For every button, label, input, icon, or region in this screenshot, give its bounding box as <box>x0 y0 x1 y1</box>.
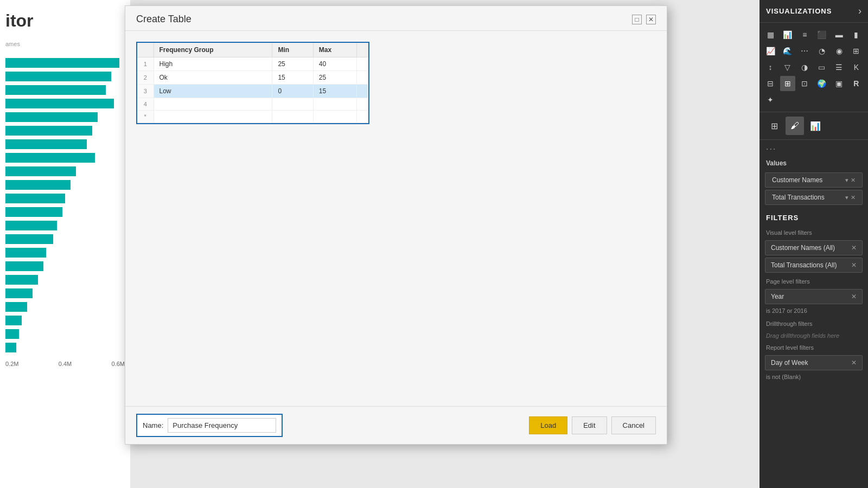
dialog-close-button[interactable]: ✕ <box>646 15 656 24</box>
remove-field-icon[interactable]: ✕ <box>851 177 856 184</box>
row-max[interactable]: 40 <box>313 57 356 71</box>
bar-item <box>5 152 125 164</box>
viz-gauge-icon[interactable]: ◑ <box>797 60 812 75</box>
viz-area-icon[interactable]: 🌊 <box>780 43 795 59</box>
dropdown-icon[interactable]: ▾ <box>845 194 848 201</box>
viz-line-icon[interactable]: 📈 <box>763 43 778 59</box>
viz-card-icon[interactable]: ▭ <box>814 60 829 75</box>
edit-button[interactable]: Edit <box>572 416 607 434</box>
left-panel: itor ames 0.2M0.4M0.6M <box>0 0 130 488</box>
drillthrough-label: Drillthrough filters <box>760 317 868 329</box>
row-max[interactable]: 25 <box>313 71 356 85</box>
row-freq[interactable]: Low <box>154 85 272 98</box>
dialog-maximize-button[interactable]: □ <box>632 15 642 24</box>
viz-stacked-col-icon[interactable]: ⬛ <box>814 27 829 42</box>
viz-multirow-icon[interactable]: ☰ <box>832 60 847 75</box>
page-filter-item[interactable]: Year ✕ <box>765 289 863 304</box>
name-input[interactable] <box>168 418 276 433</box>
row-min[interactable] <box>272 111 313 123</box>
bar-item <box>5 314 125 326</box>
drillthrough-hint: Drag drillthrough fields here <box>760 329 868 341</box>
filter-remove-icon[interactable]: ✕ <box>851 244 857 252</box>
report-filters: Day of Week ✕ is not (Blank) <box>760 355 868 383</box>
row-freq[interactable] <box>154 98 272 111</box>
viz-waterfall-icon[interactable]: ↕ <box>763 60 778 75</box>
bar-item <box>5 70 125 82</box>
filter-remove-icon[interactable]: ✕ <box>851 261 857 269</box>
viz-100-col-icon[interactable]: ▮ <box>848 27 864 42</box>
bar-item <box>5 247 125 259</box>
viz-icons-grid: ▦ 📊 ≡ ⬛ ▬ ▮ 📈 🌊 ⋯ ◔ ◉ ⊞ ↕ ▽ ◑ ▭ ☰ K ⊟ ⊞ … <box>760 23 868 112</box>
panel-title: itor <box>0 0 130 36</box>
viz-filled-map-icon[interactable]: ▣ <box>832 76 847 91</box>
bar-item <box>5 328 125 340</box>
row-freq[interactable]: High <box>154 57 272 71</box>
table-row[interactable]: 1High2540 <box>137 57 368 71</box>
viz-kpi-icon[interactable]: K <box>848 60 864 75</box>
col-freq-header: Frequency Group <box>154 43 272 57</box>
remove-field-icon[interactable]: ✕ <box>851 194 856 201</box>
row-min[interactable]: 25 <box>272 57 313 71</box>
filter-remove-icon[interactable]: ✕ <box>851 359 857 367</box>
row-number: 2 <box>137 71 154 85</box>
row-min[interactable]: 0 <box>272 85 313 98</box>
bar-item <box>5 233 125 245</box>
viz-custom-icon[interactable]: ✦ <box>763 92 778 107</box>
row-min[interactable] <box>272 98 313 111</box>
field-item-text: Customer Names <box>772 176 822 184</box>
field-item-icons: ▾ ✕ <box>845 177 856 184</box>
viz-bar-chart-icon[interactable]: ≡ <box>797 27 812 42</box>
load-button[interactable]: Load <box>529 416 567 434</box>
format-icon[interactable]: 🖌 <box>786 117 804 135</box>
viz-donut-icon[interactable]: ◉ <box>832 43 847 59</box>
cancel-button[interactable]: Cancel <box>611 416 656 434</box>
viz-scatter-icon[interactable]: ⋯ <box>797 43 812 59</box>
col-min-header: Min <box>272 43 313 57</box>
viz-treemap-icon[interactable]: ⊞ <box>848 43 864 59</box>
row-max[interactable] <box>313 98 356 111</box>
row-freq[interactable]: Ok <box>154 71 272 85</box>
viz-100-bar-icon[interactable]: ▬ <box>832 27 847 42</box>
bar-item <box>5 274 125 286</box>
row-extra <box>357 71 368 85</box>
visual-filter-item[interactable]: Customer Names (All) ✕ <box>765 240 863 255</box>
viz-matrix-icon[interactable]: ⊡ <box>797 76 812 91</box>
row-extra <box>357 85 368 98</box>
viz-stacked-bar-icon[interactable]: ▦ <box>763 27 778 42</box>
viz-column-chart-icon[interactable]: 📊 <box>780 27 795 42</box>
field-item[interactable]: Total Transactions ▾ ✕ <box>765 190 863 205</box>
axis-label: 0.4M <box>59 361 72 367</box>
fields-icon[interactable]: ⊞ <box>765 117 783 135</box>
row-max[interactable]: 15 <box>313 85 356 98</box>
table-row[interactable]: 3Low015 <box>137 85 368 98</box>
viz-table-icon[interactable]: ⊞ <box>780 76 795 91</box>
row-number: 1 <box>137 57 154 71</box>
viz-map-icon[interactable]: 🌍 <box>814 76 829 91</box>
visual-filters: Customer Names (All) ✕ Total Transaction… <box>760 240 868 273</box>
viz-pie-icon[interactable]: ◔ <box>814 43 829 59</box>
analytics-icon[interactable]: 📊 <box>806 117 825 135</box>
table-row[interactable]: 4 <box>137 98 368 111</box>
viz-section-buttons: ⊞ 🖌 📊 <box>760 112 868 140</box>
viz-r-icon[interactable]: R <box>848 76 864 91</box>
field-item[interactable]: Customer Names ▾ ✕ <box>765 172 863 188</box>
viz-funnel-icon[interactable]: ▽ <box>780 60 795 75</box>
visual-filter-item[interactable]: Total Transactions (All) ✕ <box>765 258 863 273</box>
row-freq[interactable] <box>154 111 272 123</box>
bar-item <box>5 301 125 313</box>
filter-sub-text: is not (Blank) <box>760 373 868 383</box>
table-row[interactable]: 2Ok1525 <box>137 71 368 85</box>
report-filter-item[interactable]: Day of Week ✕ <box>765 355 863 370</box>
col-extra-header <box>357 43 368 57</box>
table-row[interactable]: * <box>137 111 368 123</box>
row-max[interactable] <box>313 111 356 123</box>
bar-item <box>5 138 125 150</box>
row-number: * <box>137 111 154 123</box>
filter-remove-icon[interactable]: ✕ <box>851 293 857 300</box>
dropdown-icon[interactable]: ▾ <box>845 177 848 184</box>
filter-item-text: Customer Names (All) <box>771 244 835 252</box>
viz-slicer-icon[interactable]: ⊟ <box>763 76 778 91</box>
expand-icon[interactable]: › <box>858 5 861 17</box>
dialog-footer: Name: Load Edit Cancel <box>125 406 667 444</box>
row-min[interactable]: 15 <box>272 71 313 85</box>
